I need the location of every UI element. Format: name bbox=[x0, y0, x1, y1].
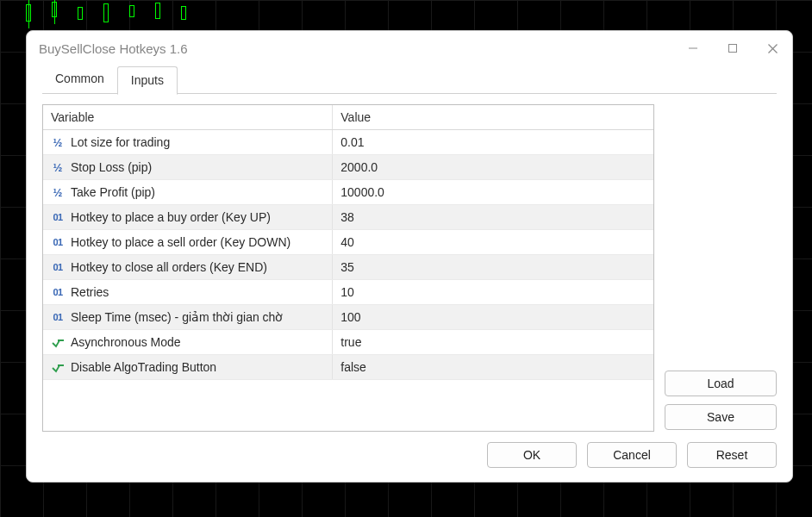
minimize-button[interactable] bbox=[673, 31, 713, 65]
tab-inputs[interactable]: Inputs bbox=[117, 66, 178, 95]
save-button[interactable]: Save bbox=[665, 404, 777, 430]
column-header-value[interactable]: Value bbox=[333, 105, 653, 129]
table-row[interactable]: Asynchronous Modetrue bbox=[43, 330, 653, 355]
variable-label: Retries bbox=[71, 285, 109, 299]
inputs-table: Variable Value ½Lot size for trading0.01… bbox=[42, 104, 654, 432]
column-header-variable[interactable]: Variable bbox=[43, 105, 333, 129]
variable-label: Disable AlgoTrading Button bbox=[71, 360, 216, 374]
variable-cell: 01Hotkey to close all orders (Key END) bbox=[43, 255, 333, 279]
variable-label: Asynchronous Mode bbox=[71, 335, 181, 349]
variable-cell: ½Take Profit (pip) bbox=[43, 180, 333, 204]
svg-rect-1 bbox=[729, 45, 737, 53]
close-button[interactable] bbox=[753, 31, 792, 65]
ok-button[interactable]: OK bbox=[487, 442, 577, 468]
reset-button[interactable]: Reset bbox=[687, 442, 777, 468]
variable-label: Hotkey to place a sell order (Key DOWN) bbox=[71, 235, 290, 249]
value-cell[interactable]: 2000.0 bbox=[333, 155, 653, 179]
window-title: BuySellClose Hotkeys 1.6 bbox=[39, 41, 188, 56]
table-row[interactable]: 01Retries10 bbox=[43, 280, 653, 305]
variable-label: Stop Loss (pip) bbox=[71, 160, 152, 174]
value-cell[interactable]: true bbox=[333, 330, 653, 354]
tab-bar: Common Inputs bbox=[27, 65, 792, 94]
variable-cell: ½Stop Loss (pip) bbox=[43, 155, 333, 179]
value-cell[interactable]: 10000.0 bbox=[333, 180, 653, 204]
integer-type-icon: 01 bbox=[51, 236, 65, 248]
table-row[interactable]: Disable AlgoTrading Buttonfalse bbox=[43, 355, 653, 380]
variable-label: Lot size for trading bbox=[71, 135, 170, 149]
value-cell[interactable]: 40 bbox=[333, 230, 653, 254]
table-row[interactable]: ½Stop Loss (pip)2000.0 bbox=[43, 155, 653, 180]
boolean-type-icon bbox=[51, 361, 65, 373]
table-row[interactable]: 01Hotkey to place a sell order (Key DOWN… bbox=[43, 230, 653, 255]
titlebar: BuySellClose Hotkeys 1.6 bbox=[27, 31, 792, 65]
integer-type-icon: 01 bbox=[51, 286, 65, 298]
table-row[interactable]: ½Lot size for trading0.01 bbox=[43, 130, 653, 155]
variable-cell: 01Hotkey to place a sell order (Key DOWN… bbox=[43, 230, 333, 254]
fraction-type-icon: ½ bbox=[51, 136, 65, 148]
integer-type-icon: 01 bbox=[51, 311, 65, 323]
variable-label: Hotkey to place a buy order (Key UP) bbox=[71, 210, 271, 224]
fraction-type-icon: ½ bbox=[51, 161, 65, 173]
variable-label: Take Profit (pip) bbox=[71, 185, 155, 199]
value-cell[interactable]: 100 bbox=[333, 305, 653, 329]
value-cell[interactable]: 35 bbox=[333, 255, 653, 279]
value-cell[interactable]: 38 bbox=[333, 205, 653, 229]
variable-label: Hotkey to close all orders (Key END) bbox=[71, 260, 267, 274]
integer-type-icon: 01 bbox=[51, 211, 65, 223]
boolean-type-icon bbox=[51, 336, 65, 348]
integer-type-icon: 01 bbox=[51, 261, 65, 273]
variable-cell: Disable AlgoTrading Button bbox=[43, 355, 333, 379]
cancel-button[interactable]: Cancel bbox=[587, 442, 677, 468]
variable-cell: Asynchronous Mode bbox=[43, 330, 333, 354]
table-row[interactable]: 01Hotkey to close all orders (Key END)35 bbox=[43, 255, 653, 280]
variable-label: Sleep Time (msec) - giảm thời gian chờ bbox=[71, 310, 283, 324]
properties-dialog: BuySellClose Hotkeys 1.6 Common Inputs V… bbox=[26, 30, 793, 483]
load-button[interactable]: Load bbox=[665, 371, 777, 396]
variable-cell: 01Hotkey to place a buy order (Key UP) bbox=[43, 205, 333, 229]
variable-cell: 01Sleep Time (msec) - giảm thời gian chờ bbox=[43, 305, 333, 329]
fraction-type-icon: ½ bbox=[51, 186, 65, 198]
table-row[interactable]: 01Hotkey to place a buy order (Key UP)38 bbox=[43, 205, 653, 230]
value-cell[interactable]: 0.01 bbox=[333, 130, 653, 154]
maximize-button[interactable] bbox=[713, 31, 753, 65]
table-row[interactable]: 01Sleep Time (msec) - giảm thời gian chờ… bbox=[43, 305, 653, 330]
value-cell[interactable]: 10 bbox=[333, 280, 653, 304]
value-cell[interactable]: false bbox=[333, 355, 653, 379]
variable-cell: 01Retries bbox=[43, 280, 333, 304]
table-row[interactable]: ½Take Profit (pip)10000.0 bbox=[43, 180, 653, 205]
variable-cell: ½Lot size for trading bbox=[43, 130, 333, 154]
tab-common[interactable]: Common bbox=[42, 65, 117, 94]
